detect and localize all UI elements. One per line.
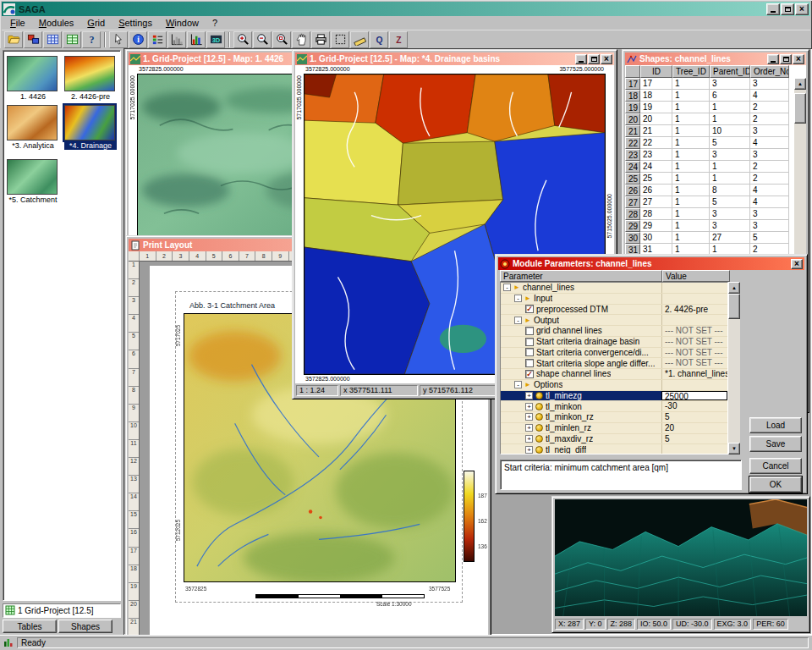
table-cell[interactable]: 21 — [640, 125, 672, 137]
table-cell[interactable]: 3 — [750, 78, 789, 90]
table-cell[interactable]: 18 — [640, 90, 672, 102]
checkbox[interactable] — [525, 338, 534, 346]
table-cell[interactable]: 17 — [640, 78, 672, 90]
expand-box[interactable]: + — [525, 413, 533, 421]
collapse-box[interactable]: - — [514, 381, 522, 388]
close-button[interactable]: × — [793, 54, 804, 64]
table-cell[interactable]: 1 — [672, 220, 710, 232]
table-row[interactable]: 2828133 — [625, 208, 789, 220]
row-header[interactable]: 19 — [625, 102, 640, 113]
param-value-cell[interactable]: --- NOT SET --- — [661, 358, 727, 368]
row-header[interactable]: 26 — [625, 185, 640, 196]
param-value-cell[interactable] — [661, 444, 727, 454]
table-cell[interactable]: 1 — [672, 125, 710, 137]
table-cell[interactable]: 4 — [750, 196, 789, 208]
scroll-down-button[interactable]: ▼ — [728, 443, 740, 454]
table-cell[interactable]: 1 — [672, 208, 710, 220]
thumbnail-map-drainage[interactable]: *4. Drainage — [64, 105, 117, 150]
collapse-box[interactable]: - — [514, 317, 522, 324]
dialog-titlebar[interactable]: Module Parameters: channel_lines × — [498, 257, 804, 270]
zoom-full-button[interactable] — [272, 31, 291, 48]
table-cell[interactable]: 28 — [640, 208, 672, 220]
param-row-shape-channel-lines[interactable]: ✓shape channel lines*1. channel_lines — [501, 369, 727, 380]
scroll-up-button[interactable]: ▲ — [728, 282, 740, 294]
expand-box[interactable]: + — [525, 403, 533, 410]
table-row[interactable]: 2929133 — [625, 220, 789, 232]
param-row-input[interactable]: -►Input — [501, 294, 727, 305]
menu-settings[interactable]: Settings — [112, 17, 159, 30]
param-value-cell[interactable] — [661, 380, 727, 390]
scroll-up-button[interactable]: ▲ — [794, 78, 806, 90]
param-value-cell[interactable] — [661, 315, 727, 325]
minimize-button[interactable] — [767, 54, 779, 64]
row-header[interactable]: 23 — [625, 149, 640, 161]
table-cell[interactable]: 1 — [710, 102, 750, 113]
scrollbar-thumb[interactable] — [728, 294, 740, 319]
row-header[interactable]: 30 — [625, 232, 640, 244]
thumbnail-map-catchment[interactable]: *5. Catchment — [7, 159, 59, 204]
table-cell[interactable]: 4 — [750, 185, 789, 196]
column-header-order-no[interactable]: Order_No — [750, 65, 789, 78]
value-column-header[interactable]: Value — [662, 270, 730, 282]
menu-file[interactable]: File — [3, 17, 32, 30]
table-cell[interactable]: 2 — [750, 161, 789, 173]
row-header[interactable]: 24 — [625, 161, 640, 173]
param-row-preprocessed-dtm[interactable]: ✓preprocessed DTM2. 4426-pre — [501, 305, 727, 316]
row-header[interactable]: 17 — [625, 78, 640, 90]
table-cell[interactable]: 20 — [640, 113, 672, 125]
table-cell[interactable]: 29 — [640, 220, 672, 232]
cancel-button[interactable]: Cancel — [749, 458, 802, 474]
table-row[interactable]: 1818164 — [625, 90, 789, 102]
checkbox[interactable]: ✓ — [525, 305, 534, 313]
table-cell[interactable]: 8 — [710, 185, 750, 196]
row-header[interactable]: 18 — [625, 90, 640, 102]
table-cell[interactable]: 22 — [640, 137, 672, 149]
table-cell[interactable]: 1 — [672, 173, 710, 185]
pan-button[interactable] — [292, 31, 310, 48]
table-cell[interactable]: 10 — [710, 125, 750, 137]
table-row[interactable]: 21211103 — [625, 125, 789, 137]
row-header[interactable]: 20 — [625, 113, 640, 125]
table-cell[interactable]: 5 — [710, 137, 750, 149]
table-cell[interactable]: 1 — [710, 161, 750, 173]
table-cell[interactable]: 6 — [710, 90, 750, 102]
table-cell[interactable]: 1 — [710, 113, 750, 125]
param-row-channel-lines[interactable]: -►channel_lines — [501, 283, 727, 294]
table-cell[interactable]: 25 — [640, 173, 672, 185]
scrollbar-thumb[interactable] — [794, 93, 806, 124]
table-cell[interactable]: 3 — [750, 149, 789, 161]
table-cell[interactable]: 2 — [750, 173, 789, 185]
table-cell[interactable]: 26 — [640, 185, 672, 196]
row-header[interactable]: 28 — [625, 208, 640, 220]
table-cell[interactable]: 1 — [672, 196, 710, 208]
thumbnail-map-analytical[interactable]: *3. Analytica — [7, 105, 59, 150]
app-titlebar[interactable]: SAGA × — [2, 2, 810, 16]
param-row-tl-maxdiv-rz[interactable]: +tl_maxdiv_rz5 — [501, 434, 727, 445]
table-cell[interactable]: 24 — [640, 161, 672, 173]
maximize-button[interactable] — [781, 3, 794, 15]
tables-button[interactable] — [63, 31, 81, 48]
param-row-start-criteria-slope-angle-differ[interactable]: Start criteria slope angle differ...--- … — [501, 358, 727, 369]
menu-window[interactable]: Window — [159, 17, 206, 30]
checkbox[interactable] — [525, 359, 534, 367]
param-row-options[interactable]: -►Options — [501, 380, 727, 391]
table-row[interactable]: 30301275 — [625, 232, 789, 244]
param-value-cell[interactable]: --- NOT SET --- — [661, 337, 727, 347]
shapes-titlebar[interactable]: Shapes: channel_lines × — [625, 52, 806, 65]
table-cell[interactable]: 19 — [640, 102, 672, 113]
menu-grid[interactable]: Grid — [80, 17, 112, 30]
zoom-in-button[interactable] — [233, 31, 252, 48]
checkbox[interactable]: ✓ — [525, 370, 534, 378]
table-cell[interactable]: 3 — [710, 78, 750, 90]
parameter-column-header[interactable]: Parameter — [500, 270, 662, 282]
tab-shapes[interactable]: Shapes — [58, 620, 112, 633]
param-value-cell[interactable] — [661, 283, 727, 293]
table-row[interactable]: 1717133 — [625, 78, 789, 90]
param-value-cell[interactable]: *1. channel_lines — [661, 369, 727, 379]
column-header-id[interactable]: ID — [640, 65, 672, 78]
table-row[interactable]: 2626184 — [625, 185, 789, 196]
table-row[interactable]: 2222154 — [625, 137, 789, 149]
info-button[interactable]: i — [129, 31, 147, 48]
column-header-tree-id[interactable]: Tree_ID — [672, 65, 710, 78]
print-button[interactable] — [311, 31, 330, 48]
